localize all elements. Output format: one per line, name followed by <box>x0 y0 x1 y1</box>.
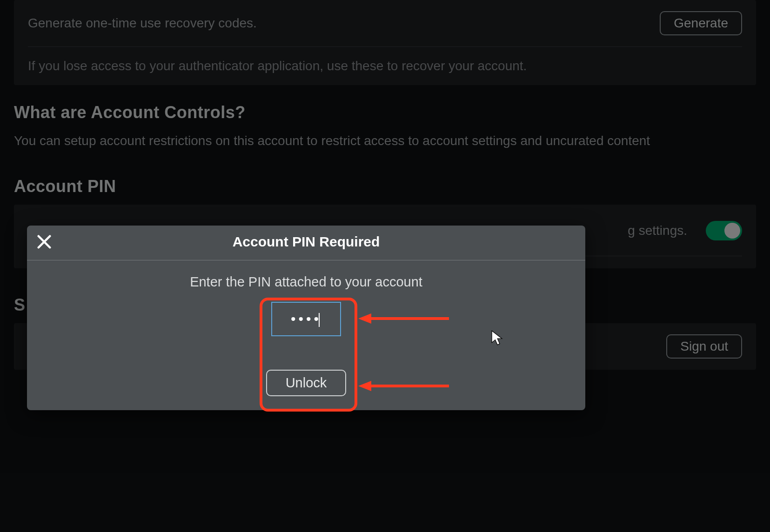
pin-input[interactable] <box>271 302 341 336</box>
pin-modal: Account PIN Required Enter the PIN attac… <box>27 226 585 410</box>
modal-instruction: Enter the PIN attached to your account <box>27 274 585 290</box>
modal-title: Account PIN Required <box>27 234 585 250</box>
close-icon[interactable] <box>34 232 54 252</box>
input-caret <box>319 313 320 327</box>
unlock-button[interactable]: Unlock <box>266 370 347 396</box>
